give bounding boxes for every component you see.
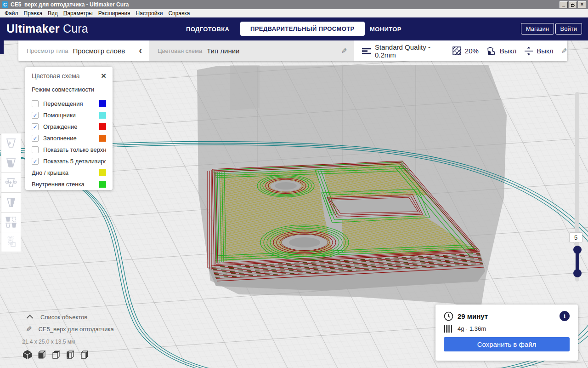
rotate-icon	[5, 177, 17, 189]
travels-swatch	[99, 100, 106, 107]
legend-row-top-layers-only[interactable]: Показать только верхни...	[32, 144, 106, 155]
save-to-file-button[interactable]: Сохранить в файл	[444, 337, 570, 351]
view-front-button[interactable]	[36, 350, 47, 360]
layer-number-tooltip: 5	[569, 232, 582, 242]
material-spool-icon	[444, 325, 453, 333]
clock-icon	[444, 311, 453, 321]
rotate-tool-button[interactable]	[1, 172, 21, 193]
print-time: 29 минут	[458, 312, 560, 320]
shell-label: Ограждение	[43, 123, 96, 130]
material-usage: 4g · 1.36m	[458, 325, 486, 332]
support-blocker-button[interactable]	[1, 232, 21, 252]
app-logo: Ultimaker Cura	[6, 22, 88, 35]
view-type-selector[interactable]: Просмотр типа Просмотр слоёв ‹	[18, 40, 149, 61]
minimize-button[interactable]: _	[560, 1, 568, 8]
helpers-checkbox[interactable]: ✓	[32, 112, 39, 119]
color-scheme-value: Тип линии	[207, 47, 239, 55]
menu-settings[interactable]: Параметры	[61, 10, 96, 17]
top-bottom-label: Дно / крышка	[32, 169, 96, 176]
support-icon	[487, 47, 496, 55]
view-right-button[interactable]	[79, 350, 90, 360]
top-layers-label: Показать только верхни...	[43, 146, 106, 153]
slider-lower-handle[interactable]	[573, 269, 582, 277]
print-settings-panel[interactable]: Standard Quality - 0.2mm 20% Выкл	[354, 40, 567, 61]
window-titlebar[interactable]: C CE5_верх для оптодатчика - Ultimaker C…	[0, 0, 588, 9]
print-summary-card: 29 минут i 4g · 1.36m Сохранить в файл	[435, 305, 578, 361]
legend-row-detail-layers[interactable]: ✓ Показать 5 детализирова...	[32, 155, 106, 167]
color-scheme-label: Цветовая схема	[158, 47, 202, 54]
menu-edit[interactable]: Правка	[21, 10, 45, 17]
mirror-tool-button[interactable]	[1, 192, 21, 213]
sign-in-button[interactable]: Войти	[555, 23, 582, 34]
per-model-settings-button[interactable]	[1, 212, 21, 232]
object-dimensions: 21.4 x 25.0 x 13.5 мм	[22, 339, 114, 345]
adhesion-value: Выкл	[537, 47, 553, 55]
move-tool-button[interactable]	[1, 133, 21, 153]
view-top-button[interactable]	[51, 350, 61, 360]
info-icon[interactable]: i	[560, 311, 570, 321]
legend-row-helpers[interactable]: ✓ Помощники	[32, 109, 106, 121]
menu-extensions[interactable]: Расширения	[96, 10, 133, 17]
menu-preferences[interactable]: Настройки	[133, 10, 166, 17]
logo-light: Cura	[63, 22, 88, 35]
menu-bar: Файл Правка Вид Параметры Расширения Нас…	[0, 9, 588, 17]
shell-checkbox[interactable]: ✓	[32, 123, 39, 130]
infill-swatch	[99, 135, 106, 142]
infill-label: Заполнение	[43, 135, 96, 142]
support-blocker-icon	[5, 236, 17, 248]
app-header: Ultimaker Cura ПОДГОТОВКА ПРЕДВАРИТЕЛЬНЫ…	[0, 17, 588, 40]
layer-slider-handle[interactable]	[573, 246, 582, 278]
window-title: CE5_верх для оптодатчика - Ultimaker Cur…	[11, 1, 559, 8]
view-3d-button[interactable]	[22, 350, 33, 360]
marketplace-button[interactable]: Магазин	[521, 23, 554, 34]
tab-preview[interactable]: ПРЕДВАРИТЕЛЬНЫЙ ПРОСМОТР	[240, 22, 365, 36]
color-scheme-selector[interactable]: Цветовая схема Тип линии ✎	[149, 40, 354, 61]
top-toolbar: Просмотр типа Просмотр слоёв ‹ Цветовая …	[18, 40, 567, 61]
legend-row-travels[interactable]: Перемещения	[32, 98, 106, 109]
restore-icon	[571, 3, 575, 7]
infill-value: 20%	[465, 47, 479, 55]
app-icon: C	[2, 1, 8, 8]
legend-row-infill[interactable]: ✓ Заполнение	[32, 132, 106, 144]
scale-tool-button[interactable]	[1, 153, 21, 173]
color-scheme-panel: Цветовая схема × Режим совместимости Пер…	[25, 67, 113, 190]
object-list-panel: Список объектов ✎ CE5_верх для оптодатчи…	[22, 311, 114, 360]
move-icon	[5, 137, 17, 149]
menu-view[interactable]: Вид	[45, 10, 61, 17]
detail-layers-checkbox[interactable]: ✓	[32, 158, 39, 165]
rename-pencil-icon[interactable]: ✎	[26, 325, 32, 334]
print-profile: Standard Quality - 0.2mm	[375, 43, 434, 59]
detail-layers-label: Показать 5 детализирова...	[43, 158, 106, 165]
print-settings-edit-icon[interactable]: ✎	[561, 47, 567, 55]
logo-bold: Ultimaker	[6, 22, 60, 35]
shell-swatch	[99, 123, 106, 130]
support-value: Выкл	[500, 47, 516, 55]
object-name-row[interactable]: ✎ CE5_верх для оптодатчика	[22, 323, 114, 335]
view-type-label: Просмотр типа	[27, 47, 68, 54]
mirror-icon	[5, 196, 17, 208]
object-list-toggle[interactable]: Список объектов	[22, 311, 114, 323]
menu-help[interactable]: Справка	[165, 10, 192, 17]
travels-label: Перемещения	[43, 100, 96, 107]
inner-wall-label: Внутренняя стенка	[32, 181, 96, 188]
tab-monitor[interactable]: МОНИТОР	[370, 17, 401, 40]
close-icon[interactable]: ×	[101, 73, 106, 79]
collapse-chevron-icon[interactable]: ‹	[139, 45, 142, 56]
restore-button[interactable]	[569, 1, 577, 8]
tool-column	[1, 133, 22, 252]
legend-row-shell[interactable]: ✓ Ограждение	[32, 121, 106, 132]
compatibility-mode-label: Режим совместимости	[32, 86, 106, 93]
infill-icon	[452, 46, 461, 55]
infill-checkbox[interactable]: ✓	[32, 135, 39, 142]
top-layers-checkbox[interactable]	[32, 146, 39, 153]
object-list-label: Список объектов	[40, 314, 87, 321]
slider-upper-handle[interactable]	[573, 246, 582, 254]
legend-row-top-bottom: Дно / крышка	[32, 167, 106, 178]
close-button[interactable]: ×	[578, 1, 586, 8]
legend-row-inner-wall: Внутренняя стенка	[32, 178, 106, 190]
edit-pencil-icon[interactable]: ✎	[341, 47, 347, 55]
menu-file[interactable]: Файл	[2, 10, 21, 17]
travels-checkbox[interactable]	[32, 100, 39, 107]
tab-prepare[interactable]: ПОДГОТОВКА	[186, 17, 229, 40]
view-left-button[interactable]	[65, 350, 75, 360]
